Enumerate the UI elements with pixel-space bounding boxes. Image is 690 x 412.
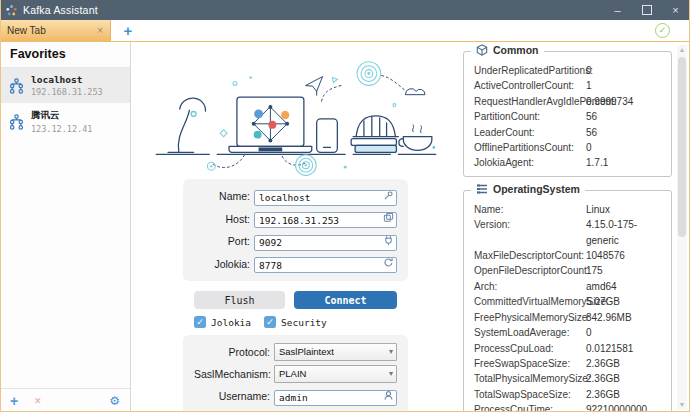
- new-tab-button[interactable]: +: [111, 20, 145, 41]
- metric-row: TotalPhysicalMemorySize:2.36GB: [474, 371, 665, 386]
- group-title: OperatingSystem: [493, 183, 580, 195]
- app-window: Kafka Assistant – × New Tab × + ✓ Favori…: [0, 0, 690, 412]
- metric-value: 56: [586, 109, 665, 124]
- sidebar-item-tencent-cloud[interactable]: 腾讯云 123.12.12.41: [0, 103, 130, 140]
- metric-value: 842.96MB: [586, 310, 665, 325]
- maximize-icon: [642, 5, 652, 15]
- metric-row: OpenFileDescriptorCount:175: [474, 263, 665, 278]
- metric-label: TotalPhysicalMemorySize:: [474, 371, 586, 386]
- sidebar-footer: + × ⚙: [0, 388, 130, 412]
- security-checkbox-label: Security: [281, 317, 327, 328]
- cluster-icon: [9, 114, 24, 130]
- cluster-icon: [9, 78, 24, 94]
- protocol-value: SaslPlaintext: [279, 346, 334, 357]
- tab-new-tab[interactable]: New Tab ×: [0, 20, 111, 41]
- metrics-group-operating-system: OperatingSystem Name:Linux Version:4.15.…: [463, 190, 672, 412]
- metric-value: 1: [586, 78, 665, 93]
- settings-gear-icon[interactable]: ⚙: [109, 395, 120, 407]
- flush-button[interactable]: Flush: [194, 291, 285, 309]
- option-checkboxes: ✓ Jolokia ✓ Security: [194, 316, 397, 328]
- metric-label: Arch:: [474, 279, 586, 294]
- tab-close-icon[interactable]: ×: [97, 26, 103, 36]
- tab-label: New Tab: [7, 25, 46, 36]
- scrollbar-thumb[interactable]: [678, 57, 686, 237]
- metric-row: Arch:amd64: [474, 279, 665, 294]
- username-label: Username:: [194, 390, 274, 402]
- protocol-select[interactable]: SaslPlaintext ▾: [274, 343, 397, 361]
- add-favorite-button[interactable]: +: [10, 394, 18, 408]
- metric-value: 56: [586, 125, 665, 140]
- host-input[interactable]: [254, 212, 397, 228]
- app-logo-icon: [5, 4, 18, 17]
- scroll-up-icon[interactable]: ▲: [677, 45, 687, 55]
- remove-favorite-button[interactable]: ×: [34, 395, 41, 407]
- titlebar[interactable]: Kafka Assistant – ×: [0, 0, 690, 20]
- metric-row: ActiveControllerCount:1: [474, 78, 665, 93]
- metric-value: 92210000000: [586, 402, 665, 412]
- protocol-label: Protocol:: [194, 346, 274, 358]
- metric-label: SystemLoadAverage:: [474, 325, 586, 340]
- metric-row: LeaderCount:56: [474, 125, 665, 140]
- metric-label: FreeSwapSpaceSize:: [474, 356, 586, 371]
- pin-icon[interactable]: [383, 190, 394, 201]
- refresh-icon[interactable]: [383, 257, 394, 268]
- metric-row: Version:4.15.0-175-generic: [474, 217, 665, 248]
- check-icon: ✓: [266, 317, 274, 327]
- scroll-down-icon[interactable]: ▼: [677, 400, 687, 410]
- sidebar-item-localhost[interactable]: localhost 192.168.31.253: [0, 68, 130, 103]
- metric-value: 0: [586, 325, 665, 340]
- close-button[interactable]: ×: [661, 0, 690, 20]
- metric-value: 2.36GB: [586, 356, 665, 371]
- metric-label: FreePhysicalMemorySize:: [474, 310, 586, 325]
- metric-label: ActiveControllerCount:: [474, 78, 586, 93]
- metrics-scrollbar[interactable]: ▲ ▼: [677, 45, 687, 410]
- metric-row: PartitionCount:56: [474, 109, 665, 124]
- check-icon: ✓: [196, 317, 204, 327]
- name-input[interactable]: [254, 190, 397, 206]
- copy-icon[interactable]: [383, 212, 394, 223]
- tab-bar: New Tab × + ✓: [0, 20, 690, 42]
- metric-value: 5.07GB: [586, 294, 665, 309]
- port-label: Port:: [194, 235, 254, 247]
- metric-row: FreePhysicalMemorySize:842.96MB: [474, 310, 665, 325]
- metric-value: 2.36GB: [586, 387, 665, 402]
- name-label: Name:: [194, 190, 254, 202]
- jolokia-label: Jolokia:: [194, 258, 254, 270]
- metric-row: RequestHandlerAvgIdlePercent:0.9999734: [474, 94, 665, 109]
- favorites-sidebar: Favorites localhost 192.168.31.253: [0, 42, 131, 412]
- metric-value: Linux: [586, 202, 665, 217]
- sasl-mechanism-label: SaslMechanism:: [194, 368, 274, 380]
- port-input[interactable]: [254, 235, 397, 251]
- metric-label: LeaderCount:: [474, 125, 586, 140]
- metric-row: OfflinePartitionsCount:0: [474, 140, 665, 155]
- favorite-address: 123.12.12.41: [31, 124, 92, 134]
- metric-label: CommittedVirtualMemorySize:: [474, 294, 586, 309]
- metric-value: 0: [586, 140, 665, 155]
- action-buttons: Flush Connect: [194, 291, 397, 309]
- minimize-button[interactable]: –: [603, 0, 632, 20]
- metric-label: TotalSwapSpaceSize:: [474, 387, 586, 402]
- favorites-header: Favorites: [0, 42, 130, 68]
- metric-label: ProcessCpuTime:: [474, 402, 586, 412]
- connect-button[interactable]: Connect: [294, 291, 397, 309]
- favorite-name: localhost: [31, 74, 103, 85]
- metric-label: PartitionCount:: [474, 109, 586, 124]
- sasl-mechanism-select[interactable]: PLAIN ▾: [274, 365, 397, 383]
- metric-row: MaxFileDescriptorCount:1048576: [474, 248, 665, 263]
- username-input[interactable]: [274, 390, 397, 406]
- host-label: Host:: [194, 213, 254, 225]
- group-title: Common: [493, 44, 539, 56]
- metric-row: CommittedVirtualMemorySize:5.07GB: [474, 294, 665, 309]
- jolokia-input[interactable]: [254, 257, 397, 273]
- jolokia-checkbox[interactable]: ✓: [194, 316, 206, 328]
- chevron-down-icon: ▾: [389, 344, 393, 359]
- metric-label: RequestHandlerAvgIdlePercent:: [474, 94, 586, 109]
- metric-label: ProcessCpuLoad:: [474, 341, 586, 356]
- plug-icon[interactable]: [383, 235, 394, 246]
- metric-value: 2.36GB: [586, 371, 665, 386]
- security-checkbox[interactable]: ✓: [264, 316, 276, 328]
- metric-row: ProcessCpuTime:92210000000: [474, 402, 665, 412]
- maximize-button[interactable]: [632, 0, 661, 20]
- metric-row: UnderReplicatedPartitions:0: [474, 63, 665, 78]
- metric-value: 0.9999734: [586, 94, 665, 109]
